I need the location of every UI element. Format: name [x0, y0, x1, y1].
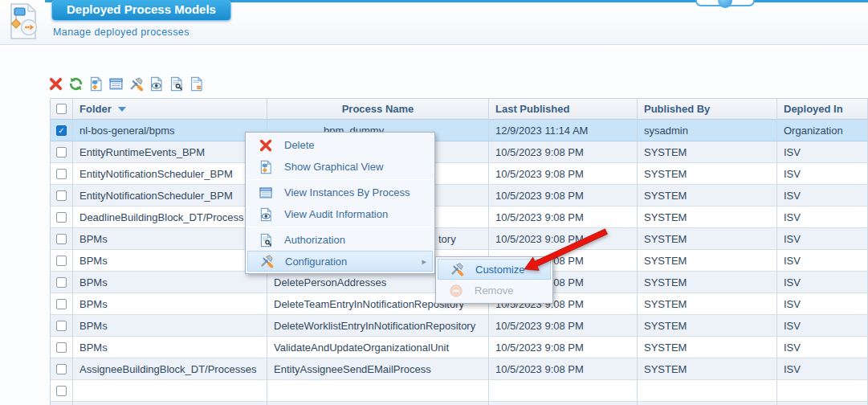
row-checkbox[interactable]: [56, 256, 67, 266]
cell-published: 12/9/2023 11:14 AM: [489, 120, 638, 141]
menu-item-configuration[interactable]: Configuration▸: [247, 251, 433, 272]
menu-item-view-instances-by-process[interactable]: View Instances By Process: [246, 182, 434, 203]
menu-item-delete[interactable]: Delete: [246, 134, 434, 156]
row-checkbox-cell: [51, 163, 73, 185]
cell-folder: AssigneeBuildingBlock_DT/Processes: [73, 358, 267, 380]
cell-process: EntityAssigneeSendEMailProcess: [267, 358, 489, 380]
toolbar-audit-icon[interactable]: [149, 76, 164, 92]
cell-deployed: ISV: [777, 163, 868, 185]
row-checkbox[interactable]: [56, 321, 67, 331]
toolbar-delete-icon[interactable]: [48, 76, 63, 92]
cell-published: 10/5/2023 9:08 PM: [489, 358, 638, 380]
context-menu: DeleteShow Graphical ViewView Instances …: [245, 132, 435, 274]
row-checkbox-cell: [51, 185, 73, 207]
cell-deployed: Organization: [777, 120, 868, 141]
cell-published: 10/5/2023 9:08 PM: [489, 207, 638, 228]
table-row[interactable]: BPMstory10/5/2023 9:08 PMSYSTEMISV: [51, 228, 868, 250]
cell-deployed: ISV: [777, 315, 868, 337]
row-checkbox-cell: [51, 250, 73, 272]
toolbar-customize-doc-icon[interactable]: [189, 76, 204, 92]
column-header-folder[interactable]: Folder: [73, 99, 267, 120]
table-row[interactable]: [51, 402, 868, 405]
row-checkbox-cell: [51, 228, 73, 250]
cell-folder: BPMs: [73, 228, 267, 250]
table-row[interactable]: AssigneeBuildingBlock_DT/ProcessesEntity…: [51, 358, 868, 380]
cell-deployed: [777, 402, 868, 405]
menu-item-authorization[interactable]: Authorization: [246, 229, 434, 251]
row-checkbox-cell: [51, 358, 73, 380]
cell-by: SYSTEM: [638, 141, 777, 163]
table-row[interactable]: BPMsDeleteWorklistEntryInNotificationRep…: [51, 315, 868, 337]
table-row[interactable]: ✓nl-bos-general/bpmsbpm_dummy12/9/2023 1…: [51, 120, 868, 141]
cell-folder: BPMs: [73, 250, 267, 272]
row-checkbox-cell: [51, 380, 73, 402]
table-row[interactable]: EntityRuntimeEvents_BPM10/5/2023 9:08 PM…: [51, 141, 868, 163]
row-checkbox[interactable]: [56, 169, 67, 179]
cell-folder: BPMs: [73, 293, 267, 315]
row-checkbox[interactable]: [56, 364, 67, 374]
column-header-published-by[interactable]: Published By: [638, 99, 777, 120]
cell-by: SYSTEM: [638, 207, 777, 228]
column-header-last-published[interactable]: Last Published: [489, 99, 638, 120]
row-checkbox[interactable]: [56, 234, 67, 244]
menu-separator: [248, 227, 432, 227]
select-all-cell[interactable]: [51, 99, 73, 120]
column-header-deployed-in[interactable]: Deployed In: [777, 99, 868, 120]
table-row[interactable]: EntityNotificationScheduler_BPM10/5/2023…: [51, 185, 868, 207]
column-header-process-name[interactable]: Process Name: [267, 99, 489, 120]
menu-item-view-audit-information[interactable]: View Audit Information: [246, 203, 434, 225]
row-checkbox-cell: [51, 337, 73, 358]
table-row[interactable]: BPMsValidateAndUpdateOrganizationalUnit1…: [51, 337, 868, 358]
row-checkbox-cell: ✓: [51, 120, 73, 141]
toolbar-refresh-icon[interactable]: [68, 76, 84, 92]
menu-item-show-graphical-view[interactable]: Show Graphical View: [246, 156, 434, 178]
cell-by: SYSTEM: [638, 293, 777, 315]
row-checkbox-cell: [51, 402, 73, 405]
tools-icon: [450, 262, 464, 276]
row-checkbox[interactable]: [56, 342, 67, 353]
row-checkbox[interactable]: [56, 386, 67, 396]
select-all-checkbox[interactable]: [56, 104, 67, 114]
cell-by: [638, 402, 777, 405]
cell-by: SYSTEM: [638, 337, 777, 358]
toolbar-graphical-view-icon[interactable]: [88, 76, 104, 92]
row-checkbox[interactable]: [56, 147, 67, 158]
toolbar-tools-icon[interactable]: [128, 76, 144, 92]
row-checkbox[interactable]: [56, 299, 67, 309]
cell-process: DeleteWorklistEntryInNotificationReposit…: [267, 315, 489, 337]
cell-published: [489, 402, 638, 405]
cell-deployed: ISV: [777, 272, 868, 293]
cell-by: SYSTEM: [638, 228, 777, 250]
cell-folder: EntityRuntimeEvents_BPM: [73, 141, 267, 163]
toolbar-authorization-icon[interactable]: [169, 76, 184, 92]
table-row[interactable]: DeadlineBuildingBlock_DT/Process10/5/202…: [51, 207, 868, 228]
menu-item-customize[interactable]: Customize: [438, 259, 551, 280]
cell-folder: nl-bos-general/bpms: [73, 120, 267, 141]
cell-process: ValidateAndUpdateOrganizationalUnit: [267, 337, 489, 358]
cell-by: SYSTEM: [638, 163, 777, 185]
cell-by: [638, 380, 777, 402]
audit-icon: [259, 207, 273, 222]
submenu-expand-icon: ▸: [422, 257, 426, 266]
help-button[interactable]: [695, 0, 755, 6]
delete-icon: [259, 138, 273, 153]
row-checkbox[interactable]: [56, 212, 67, 223]
cell-published: 10/5/2023 9:08 PM: [489, 315, 638, 337]
graphical-view-icon: [259, 160, 273, 174]
cell-deployed: ISV: [777, 141, 868, 163]
page-subtitle: Manage deployed processes: [53, 27, 189, 38]
toolbar: [48, 76, 204, 92]
row-checkbox-cell: [51, 293, 73, 315]
tools-icon: [259, 254, 274, 268]
cell-folder: BPMs: [73, 315, 267, 337]
cell-folder: [73, 402, 267, 405]
remove-icon: [449, 284, 463, 298]
row-checkbox[interactable]: [56, 190, 67, 201]
row-checkbox[interactable]: [56, 277, 67, 288]
toolbar-instances-icon[interactable]: [108, 76, 124, 92]
table-row[interactable]: EntityNotificationScheduler_BPM10/5/2023…: [51, 163, 868, 185]
row-checkbox[interactable]: ✓: [56, 125, 67, 136]
instances-icon: [259, 186, 273, 200]
table-row[interactable]: [51, 380, 868, 402]
cell-published: 10/5/2023 9:08 PM: [489, 337, 638, 358]
